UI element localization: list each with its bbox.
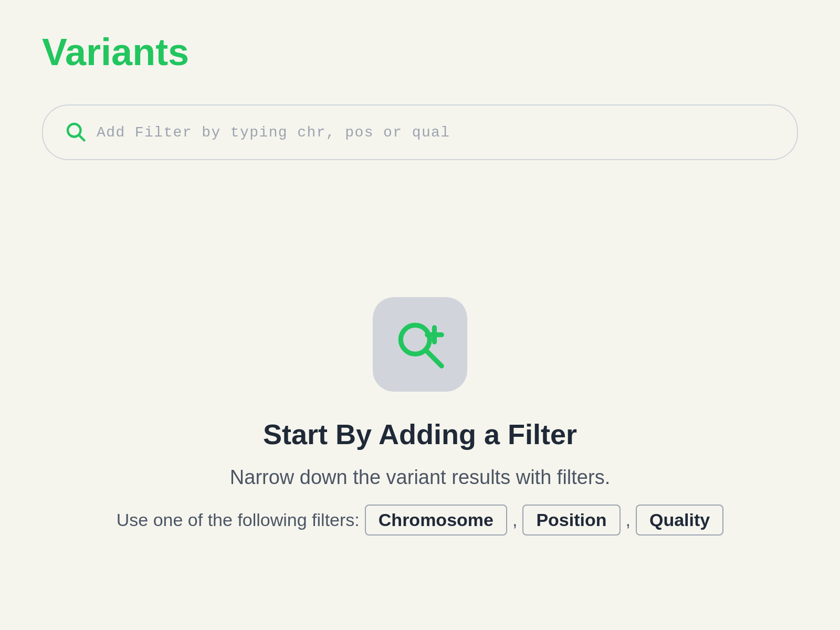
filter-chip-position[interactable]: Position <box>522 505 620 536</box>
empty-state: Start By Adding a Filter Narrow down the… <box>42 234 798 598</box>
filter-chip-chromosome[interactable]: Chromosome <box>365 505 507 536</box>
filter-prompt-text: Use one of the following filters: <box>117 510 360 530</box>
separator-1: , <box>512 510 517 530</box>
search-bar[interactable] <box>42 104 798 160</box>
svg-line-3 <box>427 351 442 366</box>
empty-state-subtitle: Narrow down the variant results with fil… <box>230 466 610 489</box>
search-input[interactable] <box>97 124 776 141</box>
svg-line-1 <box>79 135 85 141</box>
svg-point-2 <box>401 325 429 354</box>
search-icon <box>64 120 86 144</box>
filter-chips-row: Use one of the following filters: Chromo… <box>117 505 723 536</box>
filter-chip-quality[interactable]: Quality <box>636 505 723 536</box>
page-title: Variants <box>42 32 798 73</box>
separator-2: , <box>626 510 631 530</box>
search-plus-icon <box>373 297 467 392</box>
empty-state-title: Start By Adding a Filter <box>263 418 577 450</box>
